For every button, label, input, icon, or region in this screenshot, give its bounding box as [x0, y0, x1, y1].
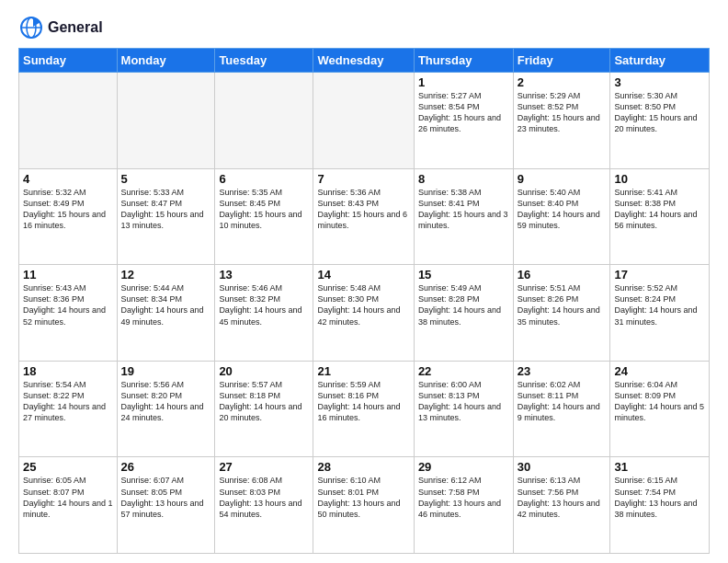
day-number: 2: [518, 75, 607, 89]
day-number: 24: [614, 364, 705, 378]
day-info: Sunrise: 5:40 AM Sunset: 8:40 PM Dayligh…: [518, 187, 607, 232]
day-info: Sunrise: 5:54 AM Sunset: 8:22 PM Dayligh…: [23, 379, 113, 424]
calendar-cell: 10Sunrise: 5:41 AM Sunset: 8:38 PM Dayli…: [610, 168, 710, 265]
day-number: 13: [219, 268, 309, 282]
day-number: 21: [317, 364, 409, 378]
day-number: 29: [418, 460, 509, 474]
day-number: 12: [121, 268, 211, 282]
calendar-cell: 18Sunrise: 5:54 AM Sunset: 8:22 PM Dayli…: [19, 361, 118, 457]
calendar-cell: 19Sunrise: 5:56 AM Sunset: 8:20 PM Dayli…: [117, 361, 215, 457]
calendar-cell: [215, 73, 313, 169]
day-info: Sunrise: 5:51 AM Sunset: 8:26 PM Dayligh…: [518, 282, 607, 327]
day-info: Sunrise: 5:49 AM Sunset: 8:28 PM Dayligh…: [418, 282, 509, 327]
calendar-cell: 4Sunrise: 5:32 AM Sunset: 8:49 PM Daylig…: [19, 168, 118, 265]
day-number: 7: [317, 172, 409, 186]
calendar-cell: [117, 73, 215, 169]
calendar-cell: 30Sunrise: 6:13 AM Sunset: 7:56 PM Dayli…: [513, 457, 610, 554]
calendar-header-wednesday: Wednesday: [313, 49, 414, 73]
day-number: 27: [219, 460, 309, 474]
day-info: Sunrise: 6:04 AM Sunset: 8:09 PM Dayligh…: [614, 379, 705, 424]
calendar-cell: 6Sunrise: 5:35 AM Sunset: 8:45 PM Daylig…: [215, 168, 313, 265]
calendar-cell: 27Sunrise: 6:08 AM Sunset: 8:03 PM Dayli…: [215, 457, 313, 554]
calendar-cell: 17Sunrise: 5:52 AM Sunset: 8:24 PM Dayli…: [610, 265, 710, 362]
calendar-cell: 15Sunrise: 5:49 AM Sunset: 8:28 PM Dayli…: [414, 265, 513, 362]
calendar-cell: 2Sunrise: 5:29 AM Sunset: 8:52 PM Daylig…: [513, 73, 610, 169]
calendar-cell: 24Sunrise: 6:04 AM Sunset: 8:09 PM Dayli…: [610, 361, 710, 457]
day-info: Sunrise: 6:12 AM Sunset: 7:58 PM Dayligh…: [418, 475, 509, 520]
day-number: 15: [418, 268, 509, 282]
calendar: SundayMondayTuesdayWednesdayThursdayFrid…: [18, 48, 710, 554]
day-number: 5: [121, 172, 211, 186]
day-number: 9: [518, 172, 607, 186]
calendar-header-saturday: Saturday: [610, 49, 710, 73]
calendar-header-tuesday: Tuesday: [215, 49, 313, 73]
header: General: [18, 15, 710, 40]
day-info: Sunrise: 5:30 AM Sunset: 8:50 PM Dayligh…: [614, 90, 705, 135]
calendar-cell: 3Sunrise: 5:30 AM Sunset: 8:50 PM Daylig…: [610, 73, 710, 169]
day-number: 26: [121, 460, 211, 474]
calendar-week-0: 1Sunrise: 5:27 AM Sunset: 8:54 PM Daylig…: [19, 73, 710, 169]
day-number: 6: [219, 172, 309, 186]
day-info: Sunrise: 6:02 AM Sunset: 8:11 PM Dayligh…: [518, 379, 607, 424]
calendar-cell: 20Sunrise: 5:57 AM Sunset: 8:18 PM Dayli…: [215, 361, 313, 457]
calendar-cell: 16Sunrise: 5:51 AM Sunset: 8:26 PM Dayli…: [513, 265, 610, 362]
day-info: Sunrise: 6:10 AM Sunset: 8:01 PM Dayligh…: [317, 475, 409, 520]
calendar-cell: 26Sunrise: 6:07 AM Sunset: 8:05 PM Dayli…: [117, 457, 215, 554]
calendar-header-sunday: Sunday: [19, 49, 118, 73]
day-info: Sunrise: 6:05 AM Sunset: 8:07 PM Dayligh…: [23, 475, 113, 520]
day-info: Sunrise: 5:33 AM Sunset: 8:47 PM Dayligh…: [121, 187, 211, 232]
day-number: 20: [219, 364, 309, 378]
calendar-cell: [19, 73, 118, 169]
day-info: Sunrise: 5:27 AM Sunset: 8:54 PM Dayligh…: [418, 90, 509, 135]
day-number: 10: [614, 172, 705, 186]
calendar-cell: 29Sunrise: 6:12 AM Sunset: 7:58 PM Dayli…: [414, 457, 513, 554]
calendar-cell: 14Sunrise: 5:48 AM Sunset: 8:30 PM Dayli…: [313, 265, 414, 362]
day-info: Sunrise: 6:08 AM Sunset: 8:03 PM Dayligh…: [219, 475, 309, 520]
calendar-cell: 21Sunrise: 5:59 AM Sunset: 8:16 PM Dayli…: [313, 361, 414, 457]
day-info: Sunrise: 5:48 AM Sunset: 8:30 PM Dayligh…: [317, 282, 409, 327]
calendar-cell: 31Sunrise: 6:15 AM Sunset: 7:54 PM Dayli…: [610, 457, 710, 554]
calendar-cell: 9Sunrise: 5:40 AM Sunset: 8:40 PM Daylig…: [513, 168, 610, 265]
calendar-header-row: SundayMondayTuesdayWednesdayThursdayFrid…: [19, 49, 710, 73]
day-info: Sunrise: 5:38 AM Sunset: 8:41 PM Dayligh…: [418, 187, 509, 232]
calendar-cell: 23Sunrise: 6:02 AM Sunset: 8:11 PM Dayli…: [513, 361, 610, 457]
day-number: 14: [317, 268, 409, 282]
calendar-cell: 13Sunrise: 5:46 AM Sunset: 8:32 PM Dayli…: [215, 265, 313, 362]
day-number: 11: [23, 268, 113, 282]
day-number: 19: [121, 364, 211, 378]
day-number: 25: [23, 460, 113, 474]
logo-icon: [18, 15, 44, 40]
day-number: 28: [317, 460, 409, 474]
calendar-cell: 5Sunrise: 5:33 AM Sunset: 8:47 PM Daylig…: [117, 168, 215, 265]
day-info: Sunrise: 5:43 AM Sunset: 8:36 PM Dayligh…: [23, 282, 113, 327]
day-info: Sunrise: 6:15 AM Sunset: 7:54 PM Dayligh…: [614, 475, 705, 520]
calendar-week-3: 18Sunrise: 5:54 AM Sunset: 8:22 PM Dayli…: [19, 361, 710, 457]
day-number: 17: [614, 268, 705, 282]
calendar-header-thursday: Thursday: [414, 49, 513, 73]
day-number: 3: [614, 75, 705, 89]
day-info: Sunrise: 5:29 AM Sunset: 8:52 PM Dayligh…: [518, 90, 607, 135]
day-number: 4: [23, 172, 113, 186]
day-number: 30: [518, 460, 607, 474]
day-info: Sunrise: 5:56 AM Sunset: 8:20 PM Dayligh…: [121, 379, 211, 424]
calendar-week-4: 25Sunrise: 6:05 AM Sunset: 8:07 PM Dayli…: [19, 457, 710, 554]
day-number: 18: [23, 364, 113, 378]
day-number: 23: [518, 364, 607, 378]
calendar-cell: 22Sunrise: 6:00 AM Sunset: 8:13 PM Dayli…: [414, 361, 513, 457]
day-number: 31: [614, 460, 705, 474]
calendar-cell: 7Sunrise: 5:36 AM Sunset: 8:43 PM Daylig…: [313, 168, 414, 265]
calendar-week-2: 11Sunrise: 5:43 AM Sunset: 8:36 PM Dayli…: [19, 265, 710, 362]
calendar-cell: 1Sunrise: 5:27 AM Sunset: 8:54 PM Daylig…: [414, 73, 513, 169]
day-number: 1: [418, 75, 509, 89]
page: General SundayMondayTuesdayWednesdayThur…: [0, 0, 728, 563]
day-info: Sunrise: 6:00 AM Sunset: 8:13 PM Dayligh…: [418, 379, 509, 424]
calendar-week-1: 4Sunrise: 5:32 AM Sunset: 8:49 PM Daylig…: [19, 168, 710, 265]
day-info: Sunrise: 5:44 AM Sunset: 8:34 PM Dayligh…: [121, 282, 211, 327]
day-number: 22: [418, 364, 509, 378]
day-info: Sunrise: 5:41 AM Sunset: 8:38 PM Dayligh…: [614, 187, 705, 232]
calendar-cell: 12Sunrise: 5:44 AM Sunset: 8:34 PM Dayli…: [117, 265, 215, 362]
logo: General: [18, 15, 103, 40]
day-info: Sunrise: 5:46 AM Sunset: 8:32 PM Dayligh…: [219, 282, 309, 327]
day-info: Sunrise: 5:59 AM Sunset: 8:16 PM Dayligh…: [317, 379, 409, 424]
day-info: Sunrise: 6:13 AM Sunset: 7:56 PM Dayligh…: [518, 475, 607, 520]
